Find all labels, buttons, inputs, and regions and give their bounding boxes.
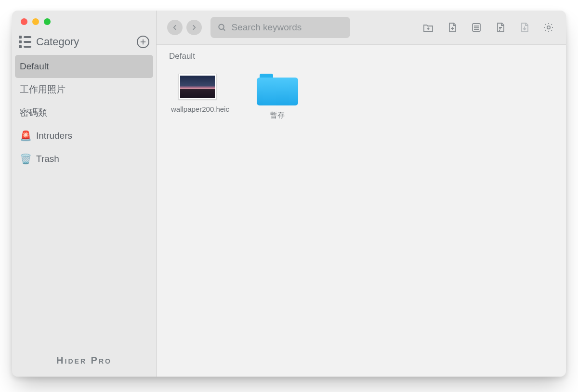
svg-line-1 [223,29,225,31]
sort-button[interactable] [494,21,507,34]
category-header: Category [12,32,156,55]
file-plus-icon [447,22,458,33]
file-grid: wallpaper200.heic 暫存 [157,65,566,129]
toolbar [157,11,566,44]
gear-icon [543,22,554,33]
file-sort-icon [495,22,506,33]
folder-item-temp[interactable]: 暫存 [251,74,304,120]
add-file-button[interactable] [446,21,459,34]
sidebar-item-label: Trash [36,154,59,164]
breadcrumb: Default [157,45,566,65]
sidebar-item-trash[interactable]: 🗑️ Trash [12,147,156,170]
add-folder-button[interactable] [421,21,435,34]
svg-point-9 [547,26,550,29]
zoom-window-button[interactable] [44,18,51,25]
file-label: wallpaper200.heic [171,105,224,114]
siren-icon: 🚨 [20,130,31,142]
app-brand: Hider Pro [12,355,156,366]
chevron-right-icon [191,24,197,31]
folder-label: 暫存 [270,110,285,120]
window-controls [12,11,156,32]
content-area: Default wallpaper200.heic 暫存 [157,44,566,377]
sidebar-item-intruders[interactable]: 🚨 Intruders [12,124,156,147]
list-icon [471,22,482,33]
file-item-wallpaper[interactable]: wallpaper200.heic [171,74,224,120]
file-download-icon [519,22,530,33]
plus-icon [139,38,147,46]
image-thumbnail [178,74,217,100]
sidebar-item-label: 工作用照片 [20,83,66,96]
list-icon [19,36,31,48]
sidebar-item-passwords[interactable]: 密碼類 [12,101,156,124]
folder-plus-icon [422,22,434,33]
sidebar-item-label: 密碼類 [20,106,47,119]
search-field[interactable] [210,17,350,38]
search-icon [217,22,227,33]
main-panel: Default wallpaper200.heic 暫存 [157,11,566,377]
settings-button[interactable] [542,21,555,34]
app-window: Category Default 工作用照片 密碼類 🚨 Intruders 🗑… [12,11,566,377]
category-list: Default 工作用照片 密碼類 🚨 Intruders 🗑️ Trash [12,55,156,170]
sidebar: Category Default 工作用照片 密碼類 🚨 Intruders 🗑… [12,11,157,377]
add-category-button[interactable] [137,36,149,48]
category-title: Category [36,36,137,48]
trash-icon: 🗑️ [20,153,31,165]
sidebar-item-label: Default [20,61,49,72]
nav-forward-button[interactable] [186,20,202,35]
svg-point-0 [219,24,224,29]
close-window-button[interactable] [21,18,27,25]
minimize-window-button[interactable] [32,18,39,25]
list-view-button[interactable] [470,21,483,34]
search-input[interactable] [232,22,343,33]
nav-back-button[interactable] [167,20,183,35]
import-button[interactable] [518,21,531,34]
folder-icon [257,74,298,105]
sidebar-item-default[interactable]: Default [15,55,153,78]
chevron-left-icon [171,24,178,31]
sidebar-item-work-photos[interactable]: 工作用照片 [12,78,156,101]
sidebar-item-label: Intruders [36,131,72,141]
